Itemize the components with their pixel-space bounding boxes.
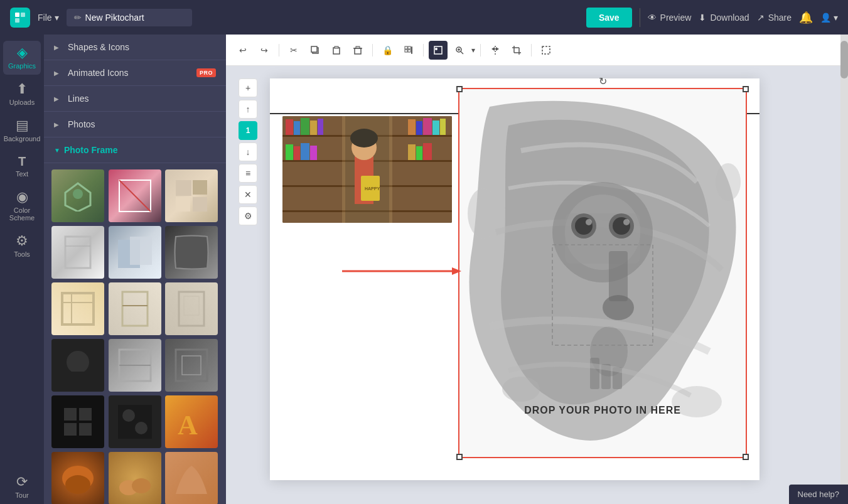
zoom-button[interactable] — [450, 41, 469, 60]
photo-frame-item[interactable] — [165, 226, 218, 279]
photo-frame-item[interactable] — [51, 169, 104, 222]
svg-rect-10 — [193, 197, 207, 212]
photo-frame-item[interactable] — [165, 339, 218, 392]
cut-button[interactable]: ✂ — [284, 41, 303, 60]
photo-frame-item[interactable]: A — [165, 395, 218, 448]
svg-rect-84 — [301, 143, 309, 160]
share-button[interactable]: ↗ Share — [757, 13, 792, 23]
sidebar-item-label: Text — [16, 170, 28, 178]
svg-rect-1 — [21, 13, 25, 17]
photo-frame-item[interactable] — [165, 452, 218, 504]
tools-icon: ⚙ — [16, 234, 28, 248]
svg-marker-118 — [452, 267, 461, 275]
color-scheme-icon: ◉ — [16, 190, 28, 204]
photo-frame-item[interactable] — [109, 226, 161, 279]
need-help-button[interactable]: Need help? — [789, 485, 849, 504]
sidebar-item-tools[interactable]: ⚙ Tools — [3, 229, 41, 263]
background-icon: ▤ — [16, 119, 29, 132]
photo-frame-item[interactable] — [109, 169, 161, 222]
sidebar-item-background[interactable]: ▤ Background — [3, 114, 41, 147]
slide-up-button[interactable]: ↑ — [239, 100, 257, 119]
right-scrollbar[interactable] — [840, 35, 848, 504]
sidebar-item-text[interactable]: T Text — [3, 150, 41, 183]
main-layout: ◈ Graphics ⬆ Uploads ▤ Background T Text… — [0, 35, 848, 504]
photo-frame-item[interactable] — [51, 395, 104, 448]
photo-frame-item[interactable] — [109, 452, 161, 504]
svg-rect-47 — [356, 46, 360, 48]
paste-button[interactable] — [327, 41, 346, 60]
svg-rect-48 — [405, 46, 407, 49]
slide-align-button[interactable]: ≡ — [239, 164, 257, 183]
file-menu[interactable]: File ▾ — [38, 13, 59, 23]
svg-rect-77 — [408, 119, 416, 135]
svg-rect-44 — [335, 46, 338, 48]
svg-rect-31 — [64, 423, 77, 436]
svg-rect-21 — [184, 296, 199, 315]
section-shapes-icons[interactable]: ▶ Shapes & Icons — [44, 35, 226, 60]
svg-rect-72 — [286, 119, 293, 135]
photo-frame-item[interactable] — [165, 169, 218, 222]
undo-button[interactable]: ↩ — [233, 41, 252, 60]
sidebar-item-label: Uploads — [9, 99, 35, 106]
select-all-button[interactable] — [537, 41, 555, 60]
svg-point-4 — [73, 189, 83, 199]
preview-button[interactable]: 👁 Preview — [648, 13, 692, 23]
photo-frame-item[interactable] — [51, 282, 104, 335]
slide-controls: + ↑ 1 ↓ ≡ ✕ ⚙ — [239, 78, 257, 225]
svg-rect-52 — [411, 46, 412, 54]
slide-settings-button[interactable]: ⚙ — [239, 206, 257, 225]
canvas-photo-library[interactable]: HAPPY — [282, 116, 452, 223]
photo-frame-item[interactable] — [109, 339, 161, 392]
svg-rect-33 — [118, 405, 152, 439]
crop-button[interactable] — [507, 41, 526, 60]
lock-button[interactable]: 🔒 — [378, 41, 397, 60]
svg-point-34 — [122, 409, 135, 422]
slide-remove-button[interactable]: ✕ — [239, 185, 257, 204]
slide-down-button[interactable]: ↓ — [239, 142, 257, 161]
sidebar-item-label: Graphics — [8, 62, 36, 70]
slide-page-number[interactable]: 1 — [239, 121, 257, 140]
section-photos[interactable]: ▶ Photos — [44, 112, 226, 137]
sidebar-item-label: Color Scheme — [6, 206, 38, 222]
sidebar-item-color-scheme[interactable]: ◉ Color Scheme — [3, 185, 41, 227]
image-button[interactable] — [429, 41, 448, 60]
save-button[interactable]: Save — [586, 8, 632, 28]
photo-frame-item[interactable] — [51, 339, 104, 392]
text-icon: T — [18, 155, 26, 168]
svg-rect-45 — [355, 48, 361, 54]
svg-rect-87 — [416, 146, 422, 160]
section-lines[interactable]: ▶ Lines — [44, 86, 226, 112]
svg-rect-106 — [609, 251, 628, 301]
photo-frame-item[interactable] — [51, 452, 104, 504]
flip-button[interactable] — [486, 41, 505, 60]
notifications-bell[interactable]: 🔔 — [799, 11, 813, 24]
sidebar-item-label: Background — [4, 135, 41, 142]
redo-button[interactable]: ↪ — [255, 41, 274, 60]
photo-frame-grid: A — [44, 163, 226, 504]
canvas-scroll[interactable]: + ↑ 1 ↓ ≡ ✕ ⚙ — [226, 66, 840, 504]
svg-rect-76 — [318, 119, 323, 135]
svg-line-56 — [461, 51, 463, 54]
user-menu[interactable]: 👤 ▾ — [820, 13, 838, 23]
svg-rect-27 — [182, 356, 201, 375]
svg-rect-9 — [176, 197, 190, 212]
photo-frame-item[interactable] — [109, 282, 161, 335]
photo-frame-item[interactable] — [109, 395, 161, 448]
photo-frame-item[interactable] — [165, 282, 218, 335]
copy-button[interactable] — [306, 41, 325, 60]
sidebar-item-graphics[interactable]: ◈ Graphics — [3, 41, 41, 75]
add-slide-button[interactable]: + — [239, 78, 257, 97]
download-button[interactable]: ⬇ Download — [699, 13, 749, 23]
document-title[interactable]: ✏ New Piktochart — [67, 9, 192, 26]
section-animated-icons[interactable]: ▶ Animated Icons PRO — [44, 60, 226, 86]
sidebar-item-label: Tour — [15, 491, 28, 499]
grid-button[interactable] — [399, 41, 418, 60]
sidebar-item-tour[interactable]: ⟳ Tour — [3, 470, 41, 504]
sidebar-item-uploads[interactable]: ⬆ Uploads — [3, 77, 41, 111]
svg-rect-2 — [15, 18, 19, 23]
delete-button[interactable] — [348, 41, 367, 60]
svg-rect-85 — [310, 146, 317, 160]
section-photo-frame[interactable]: ▼ Photo Frame — [44, 137, 226, 163]
svg-rect-75 — [310, 121, 317, 135]
photo-frame-item[interactable] — [51, 226, 104, 279]
